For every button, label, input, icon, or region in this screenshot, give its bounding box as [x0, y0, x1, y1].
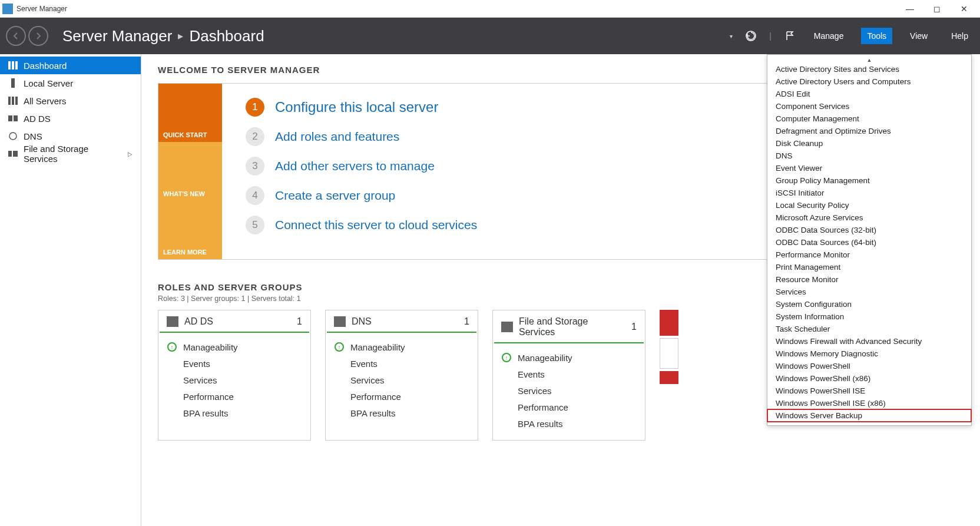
scroll-up-arrow-icon[interactable]: ▲	[767, 57, 971, 63]
tools-menu-item[interactable]: Computer Management	[767, 113, 971, 125]
dns-icon	[8, 131, 18, 141]
flag-icon[interactable]	[783, 29, 796, 42]
tile-count: 1	[297, 316, 302, 327]
tile-row-manageability[interactable]: ↑Manageability	[167, 339, 302, 355]
tools-menu-item[interactable]: ODBC Data Sources (64-bit)	[767, 236, 971, 249]
sidebar-item-file-storage[interactable]: File and Storage Services ▷	[0, 145, 141, 163]
step-number: 5	[246, 216, 264, 234]
step-number: 3	[246, 157, 264, 176]
svg-rect-12	[13, 151, 18, 157]
sidebar-item-label: Dashboard	[24, 61, 67, 71]
tools-menu-item[interactable]: Print Management	[767, 261, 971, 273]
tools-menu-item[interactable]: Group Policy Management	[767, 174, 971, 187]
role-tile[interactable]: AD DS 1 ↑Manageability Events Services P…	[158, 310, 311, 441]
tools-menu-item[interactable]: Windows Server Backup	[767, 409, 971, 422]
arrow-up-icon: ↑	[335, 342, 344, 352]
tools-menu-item[interactable]: Disk Cleanup	[767, 137, 971, 150]
sidebar-item-local-server[interactable]: Local Server	[0, 74, 141, 92]
step-label: Connect this server to cloud services	[275, 218, 477, 232]
nav-back-button[interactable]	[6, 26, 26, 46]
step-number: 4	[246, 186, 264, 205]
menu-view[interactable]: View	[904, 28, 933, 44]
step-number: 1	[246, 98, 264, 117]
tile-row-performance[interactable]: Performance	[334, 388, 469, 405]
svg-rect-6	[12, 97, 14, 105]
tools-menu-item[interactable]: Component Services	[767, 100, 971, 113]
tab-quick-start[interactable]: QUICK START	[158, 84, 222, 142]
tile-row-performance[interactable]: Performance	[501, 399, 637, 415]
tile-row-services[interactable]: Services	[334, 372, 469, 388]
close-button[interactable]: ✕	[951, 0, 978, 18]
tools-menu-item[interactable]: Active Directory Users and Computers	[767, 75, 971, 88]
tools-menu-item[interactable]: Performance Monitor	[767, 249, 971, 261]
tools-menu-item[interactable]: ADSI Edit	[767, 88, 971, 100]
tile-row-services[interactable]: Services	[501, 382, 637, 399]
tile-row-manageability[interactable]: ↑Manageability	[501, 349, 637, 366]
tile-row-manageability[interactable]: ↑Manageability	[334, 339, 469, 355]
tools-menu-item[interactable]: Windows PowerShell (x86)	[767, 372, 971, 385]
svg-rect-2	[12, 61, 14, 70]
dashboard-icon	[8, 61, 18, 70]
tile-title: AD DS	[184, 316, 291, 327]
tile-title: DNS	[352, 316, 458, 327]
header: Server Manager ▸ Dashboard ▾ | Manage To…	[0, 18, 980, 54]
tile-row-services[interactable]: Services	[167, 372, 302, 388]
tools-menu-item[interactable]: iSCSI Initiator	[767, 187, 971, 199]
tools-menu-item[interactable]: System Configuration	[767, 298, 971, 310]
tile-row-bpa[interactable]: BPA results	[334, 405, 469, 421]
sidebar-item-dashboard[interactable]: Dashboard	[0, 57, 141, 74]
tools-dropdown: ▲ Active Directory Sites and ServicesAct…	[767, 54, 972, 426]
sidebar-item-adds[interactable]: AD DS	[0, 110, 141, 127]
nav-forward-button[interactable]	[28, 26, 48, 46]
separator: |	[769, 31, 772, 41]
breadcrumb: Server Manager ▸ Dashboard	[62, 27, 730, 45]
tab-whats-new[interactable]: WHAT'S NEW	[158, 142, 222, 200]
tools-menu-item[interactable]: Microsoft Azure Services	[767, 211, 971, 224]
breadcrumb-root[interactable]: Server Manager	[62, 27, 172, 45]
tools-menu-item[interactable]: Local Security Policy	[767, 199, 971, 211]
tile-row-events[interactable]: Events	[334, 355, 469, 372]
role-tile[interactable]: DNS 1 ↑Manageability Events Services Per…	[325, 310, 478, 441]
tools-menu-item[interactable]: Resource Monitor	[767, 273, 971, 286]
servers-icon	[8, 96, 18, 105]
step-label: Add roles and features	[275, 130, 399, 144]
maximize-button[interactable]: ◻	[923, 0, 951, 18]
tools-menu-item[interactable]: Windows PowerShell ISE	[767, 385, 971, 397]
tools-menu-item[interactable]: Services	[767, 286, 971, 298]
tile-row-events[interactable]: Events	[167, 355, 302, 372]
chevron-right-icon: ▷	[128, 151, 133, 157]
menu-tools[interactable]: Tools	[861, 28, 892, 44]
tile-row-bpa[interactable]: BPA results	[501, 415, 637, 432]
tools-menu-item[interactable]: System Information	[767, 310, 971, 323]
window-title: Server Manager	[16, 5, 896, 13]
menu-help[interactable]: Help	[945, 28, 974, 44]
sidebar-item-label: All Servers	[24, 96, 67, 106]
refresh-icon[interactable]	[744, 29, 757, 42]
tools-menu-item[interactable]: Windows PowerShell ISE (x86)	[767, 397, 971, 409]
storage-icon	[8, 149, 18, 158]
tools-menu-item[interactable]: Defragment and Optimize Drives	[767, 125, 971, 137]
tools-menu-item[interactable]: Event Viewer	[767, 162, 971, 174]
chevron-right-icon: ▸	[178, 29, 183, 42]
tile-row-performance[interactable]: Performance	[167, 388, 302, 405]
tools-menu-item[interactable]: Task Scheduler	[767, 323, 971, 335]
tools-menu-item[interactable]: ODBC Data Sources (32-bit)	[767, 224, 971, 236]
tools-menu-item[interactable]: Windows PowerShell	[767, 360, 971, 372]
menu-manage[interactable]: Manage	[808, 28, 850, 44]
sidebar-item-all-servers[interactable]: All Servers	[0, 92, 141, 110]
svg-rect-9	[14, 115, 18, 121]
tile-row-events[interactable]: Events	[501, 366, 637, 382]
minimize-button[interactable]: —	[896, 0, 923, 18]
tile-row-bpa[interactable]: BPA results	[167, 405, 302, 421]
role-tile[interactable]: File and Storage Services 1 ↑Manageabili…	[492, 310, 645, 441]
sidebar-item-dns[interactable]: DNS	[0, 127, 141, 145]
svg-rect-11	[8, 151, 12, 157]
sidebar: Dashboard Local Server All Servers AD DS…	[0, 54, 141, 526]
dropdown-caret-icon[interactable]: ▾	[730, 33, 733, 39]
svg-rect-1	[8, 61, 11, 70]
tab-learn-more[interactable]: LEARN MORE	[158, 201, 222, 259]
tools-menu-item[interactable]: DNS	[767, 150, 971, 162]
tools-menu-item[interactable]: Windows Memory Diagnostic	[767, 348, 971, 360]
tools-menu-item[interactable]: Windows Firewall with Advanced Security	[767, 335, 971, 348]
tools-menu-item[interactable]: Active Directory Sites and Services	[767, 63, 971, 75]
